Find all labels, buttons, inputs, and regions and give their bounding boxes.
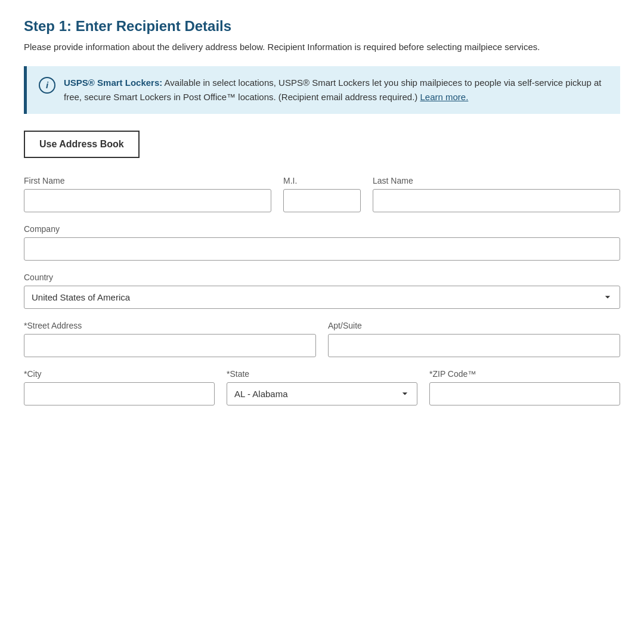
city-group: *City <box>24 369 215 405</box>
zip-code-input[interactable] <box>429 382 620 405</box>
street-address-input[interactable] <box>24 334 316 357</box>
street-address-label: *Street Address <box>24 321 316 330</box>
first-name-input[interactable] <box>24 189 271 212</box>
country-select-wrapper: United States of AmericaCanadaMexicoUnit… <box>24 286 620 309</box>
country-group: Country United States of AmericaCanadaMe… <box>24 273 620 309</box>
info-box-bold: USPS® Smart Lockers: <box>64 78 162 88</box>
state-label: *State <box>227 369 417 379</box>
country-select[interactable]: United States of AmericaCanadaMexicoUnit… <box>24 286 620 309</box>
last-name-input[interactable] <box>373 189 620 212</box>
name-row: First Name M.I. Last Name <box>24 176 620 212</box>
country-row: Country United States of AmericaCanadaMe… <box>24 273 620 309</box>
apt-suite-label: Apt/Suite <box>328 321 620 330</box>
street-row: *Street Address Apt/Suite <box>24 321 620 357</box>
country-label: Country <box>24 273 620 282</box>
state-select[interactable]: AL - AlabamaAK - AlaskaAZ - ArizonaAR - … <box>227 382 417 405</box>
zip-code-label: *ZIP Code™ <box>429 369 620 379</box>
city-input[interactable] <box>24 382 215 405</box>
info-box-text: USPS® Smart Lockers: Available in select… <box>64 76 608 104</box>
page-subtitle: Please provide information about the del… <box>24 41 620 54</box>
apt-suite-input[interactable] <box>328 334 620 357</box>
company-label: Company <box>24 224 620 234</box>
first-name-group: First Name <box>24 176 271 212</box>
street-address-group: *Street Address <box>24 321 316 357</box>
city-state-zip-row: *City *State AL - AlabamaAK - AlaskaAZ -… <box>24 369 620 405</box>
first-name-label: First Name <box>24 176 271 185</box>
mi-input[interactable] <box>283 189 361 212</box>
last-name-group: Last Name <box>373 176 620 212</box>
state-group: *State AL - AlabamaAK - AlaskaAZ - Arizo… <box>227 369 417 405</box>
info-icon: i <box>39 77 55 94</box>
company-input[interactable] <box>24 237 620 261</box>
city-label: *City <box>24 369 215 379</box>
mi-group: M.I. <box>283 176 361 212</box>
last-name-label: Last Name <box>373 176 620 185</box>
learn-more-link[interactable]: Learn more. <box>420 92 468 102</box>
company-row: Company <box>24 224 620 261</box>
mi-label: M.I. <box>283 176 361 185</box>
page-title: Step 1: Enter Recipient Details <box>24 18 620 35</box>
info-box: i USPS® Smart Lockers: Available in sele… <box>24 66 620 114</box>
use-address-book-button[interactable]: Use Address Book <box>24 131 140 158</box>
company-group: Company <box>24 224 620 261</box>
zip-code-group: *ZIP Code™ <box>429 369 620 405</box>
apt-suite-group: Apt/Suite <box>328 321 620 357</box>
